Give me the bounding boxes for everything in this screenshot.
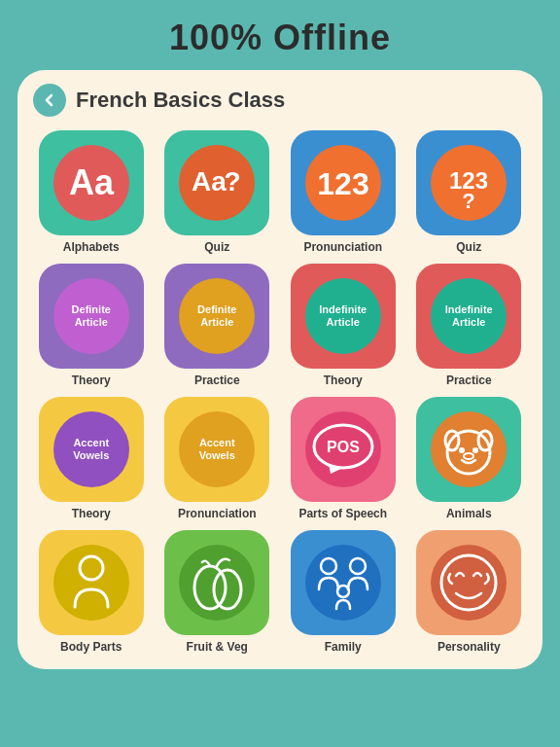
svg-text:?: ? bbox=[225, 166, 241, 196]
item-label-accent-vowels-pronunciation: Pronunciation bbox=[178, 507, 257, 520]
svg-point-18 bbox=[321, 558, 336, 574]
svg-text:123: 123 bbox=[317, 166, 368, 201]
grid-item-family[interactable]: Family bbox=[285, 530, 402, 654]
svg-point-14 bbox=[464, 453, 473, 459]
grid-item-parts-of-speech[interactable]: POS Parts of Speech bbox=[285, 397, 402, 520]
card-title: French Basics Class bbox=[76, 88, 285, 113]
grid-item-body-parts[interactable]: Body Parts bbox=[33, 530, 150, 654]
item-label-alphabets: Alphabets bbox=[63, 240, 120, 254]
item-label-def-article-theory: Theory bbox=[72, 374, 111, 387]
page-heading: 100% Offline bbox=[169, 18, 391, 58]
svg-point-20 bbox=[337, 586, 349, 597]
grid-item-indef-article-theory[interactable]: IndefiniteArticleTheory bbox=[285, 264, 402, 387]
svg-marker-7 bbox=[329, 464, 343, 474]
items-grid: AaAlphabetsAa?Quiz123Pronunciation123?Qu… bbox=[33, 130, 527, 654]
grid-item-indef-article-practice[interactable]: IndefiniteArticlePractice bbox=[411, 264, 528, 387]
grid-item-accent-vowels-pronunciation[interactable]: AccentVowelsPronunciation bbox=[159, 397, 276, 520]
grid-item-pronunciation[interactable]: 123Pronunciation bbox=[285, 130, 402, 254]
svg-text:?: ? bbox=[463, 189, 475, 212]
card-header: French Basics Class bbox=[33, 84, 527, 117]
item-label-parts-of-speech: Parts of Speech bbox=[298, 507, 387, 520]
grid-item-alphabets[interactable]: AaAlphabets bbox=[33, 130, 150, 254]
grid-item-accent-vowels-theory[interactable]: AccentVowelsTheory bbox=[33, 397, 150, 520]
item-label-quiz1: Quiz bbox=[204, 240, 229, 254]
item-label-pronunciation: Pronunciation bbox=[303, 240, 382, 254]
svg-text:Aa: Aa bbox=[192, 166, 227, 196]
svg-text:Aa: Aa bbox=[69, 162, 115, 202]
item-label-body-parts: Body Parts bbox=[60, 640, 122, 654]
back-button[interactable] bbox=[33, 84, 66, 117]
svg-point-19 bbox=[350, 558, 366, 574]
grid-item-animals[interactable]: Animals bbox=[411, 397, 528, 520]
main-card: French Basics Class AaAlphabetsAa?Quiz12… bbox=[18, 70, 542, 669]
item-label-family: Family bbox=[325, 640, 362, 654]
svg-point-17 bbox=[214, 570, 241, 609]
grid-item-quiz1[interactable]: Aa?Quiz bbox=[159, 130, 276, 254]
item-label-indef-article-theory: Theory bbox=[324, 374, 363, 387]
svg-point-12 bbox=[459, 447, 465, 453]
item-label-accent-vowels-theory: Theory bbox=[72, 507, 111, 520]
grid-item-def-article-theory[interactable]: DefiniteArticleTheory bbox=[33, 264, 150, 387]
grid-item-fruit-veg[interactable]: Fruit & Veg bbox=[159, 530, 276, 654]
grid-item-personality[interactable]: Personality bbox=[411, 530, 528, 654]
item-label-personality: Personality bbox=[438, 640, 501, 654]
item-label-fruit-veg: Fruit & Veg bbox=[187, 640, 248, 654]
item-label-indef-article-practice: Practice bbox=[446, 374, 492, 387]
item-label-quiz2: Quiz bbox=[456, 240, 481, 254]
grid-item-def-article-practice[interactable]: DefiniteArticlePractice bbox=[159, 264, 276, 387]
item-label-animals: Animals bbox=[446, 507, 492, 520]
grid-item-quiz2[interactable]: 123?Quiz bbox=[411, 130, 528, 254]
item-label-def-article-practice: Practice bbox=[194, 374, 240, 387]
svg-point-13 bbox=[472, 447, 478, 453]
svg-text:POS: POS bbox=[327, 439, 360, 455]
svg-point-15 bbox=[80, 556, 103, 580]
